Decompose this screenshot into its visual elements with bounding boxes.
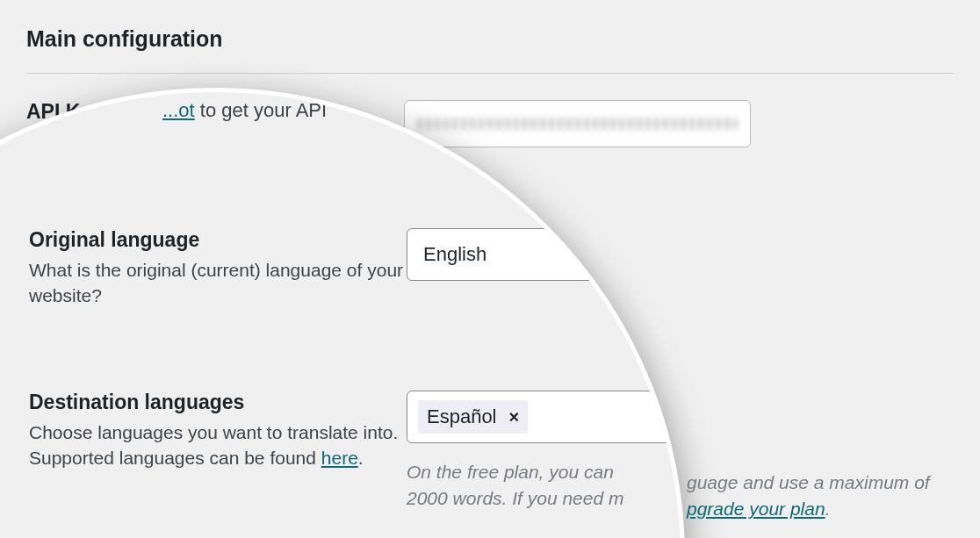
page-title: Main configuration — [26, 26, 954, 74]
magnifier-lens: ...ot to get your API Original language … — [0, 88, 685, 538]
original-language-label: Original language — [29, 228, 407, 252]
api-key-input[interactable] — [404, 100, 751, 147]
original-language-desc: What is the original (current) language … — [29, 257, 407, 309]
api-desc-fragment-lens: to get your API — [195, 99, 327, 121]
api-key-masked-value — [417, 118, 738, 130]
language-tag: Español × — [418, 400, 528, 434]
destination-languages-input[interactable]: Español × — [407, 391, 685, 443]
hint-fragment-right: guage and use a maximum of pgrade your p… — [687, 470, 930, 523]
supported-languages-link[interactable]: here — [321, 448, 358, 468]
close-icon[interactable]: × — [506, 407, 520, 427]
language-tag-label: Español — [427, 405, 497, 428]
destination-languages-label: Destination languages — [29, 391, 407, 414]
destination-languages-desc: Choose languages you want to translate i… — [29, 420, 407, 471]
original-language-select[interactable]: English — [407, 228, 685, 281]
upgrade-plan-link[interactable]: pgrade your plan — [687, 499, 825, 519]
plan-hint: On the free plan, you can 2000 words. If… — [407, 459, 654, 513]
api-link-fragment[interactable]: ...ot — [162, 99, 195, 121]
original-language-selected: English — [423, 243, 486, 266]
